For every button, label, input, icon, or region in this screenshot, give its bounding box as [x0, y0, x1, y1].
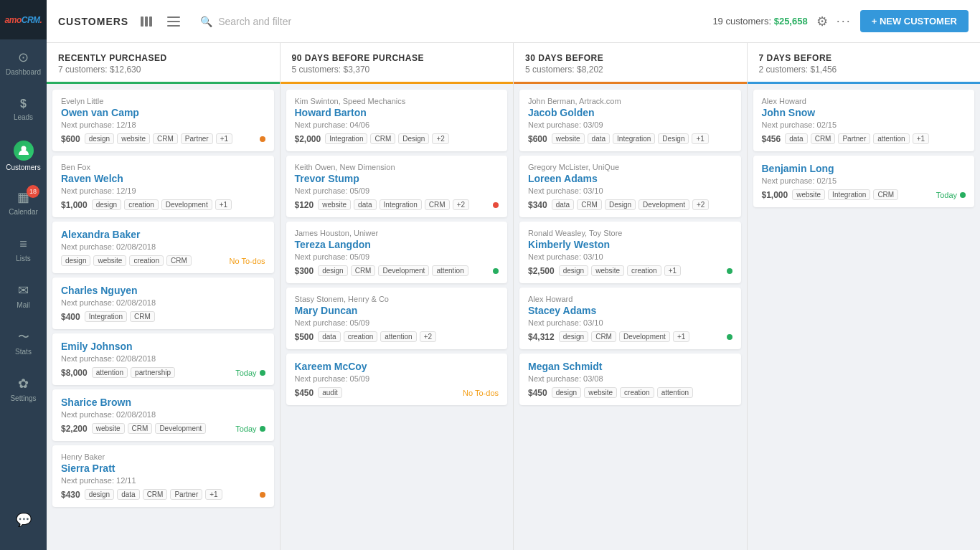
- card-status: Today: [235, 425, 265, 433]
- card-tag: website: [117, 133, 150, 144]
- card-tag: CRM: [351, 265, 376, 276]
- card-tag: design: [85, 489, 114, 500]
- column-subtitle: 5 customers: $3,370: [292, 65, 502, 75]
- sidebar-item-settings[interactable]: ✿ Settings: [0, 366, 47, 412]
- sidebar-item-lists[interactable]: ≡ Lists: [0, 226, 47, 272]
- header: CUSTOMERS 🔍 Search and filter 19 custome…: [47, 0, 980, 43]
- card[interactable]: Alex HowardStacey AdamsNext purchase: 03…: [519, 288, 741, 349]
- card[interactable]: Charles NguyenNext purchase: 02/08/2018$…: [52, 278, 274, 329]
- new-customer-button[interactable]: + NEW CUSTOMER: [860, 10, 969, 32]
- sidebar-item-chat[interactable]: 💬: [0, 496, 47, 543]
- card-tag: CRM: [128, 423, 153, 434]
- status-dot: [260, 426, 265, 432]
- card-amount: $500: [295, 332, 314, 342]
- svg-rect-3: [149, 16, 152, 27]
- card[interactable]: Emily JohnsonNext purchase: 02/08/2018$8…: [52, 333, 274, 385]
- card[interactable]: John Berman, Artrack.comJacob GoldenNext…: [519, 90, 741, 151]
- lists-icon: ≡: [19, 237, 27, 252]
- sidebar-item-dashboard[interactable]: ⊙ Dashboard: [0, 39, 47, 86]
- header-right: 19 customers: $25,658 ⚙ ··· + NEW CUSTOM…: [712, 10, 969, 32]
- card[interactable]: Megan SchmidtNext purchase: 03/08$450des…: [519, 354, 741, 405]
- column-header-30-days: 30 DAYS BEFORE 5 customers: $8,202: [514, 43, 747, 84]
- more-options-icon[interactable]: ···: [837, 14, 852, 29]
- column-title: 90 DAYS BEFORE PURCHASE: [292, 53, 502, 63]
- sidebar-item-leads[interactable]: $ Leads: [0, 86, 47, 133]
- card-tag: Partner: [170, 489, 202, 500]
- card-name: Jacob Golden: [528, 107, 732, 118]
- card-tag: partnership: [131, 367, 175, 378]
- sidebar-item-mail[interactable]: ✉ Mail: [0, 272, 47, 319]
- search-placeholder: Search and filter: [218, 16, 291, 27]
- sidebar-item-calendar[interactable]: ▦ Calendar 18: [0, 179, 47, 226]
- card-amount: $8,000: [61, 368, 88, 378]
- board-columns: RECENTLY PURCHASED 7 customers: $12,630 …: [47, 43, 980, 550]
- card-tag: Development: [639, 199, 689, 210]
- card-tag: Design: [605, 199, 636, 210]
- card-name: Loreen Adams: [528, 173, 732, 184]
- column-90-days: 90 DAYS BEFORE PURCHASE 5 customers: $3,…: [281, 43, 514, 550]
- card[interactable]: Alexandra BakerNext purchase: 02/08/2018…: [52, 222, 274, 273]
- card[interactable]: Ronald Weasley, Toy StoreKimberly Weston…: [519, 222, 741, 283]
- column-title: 7 DAYS BEFORE: [759, 53, 969, 63]
- settings-icon: ✿: [18, 376, 29, 392]
- card[interactable]: Sharice BrownNext purchase: 02/08/2018$2…: [52, 389, 274, 441]
- card-status: [260, 492, 265, 498]
- app-logo[interactable]: amoCRM.: [0, 0, 47, 39]
- status-dot: [260, 136, 265, 142]
- card-tag: creation: [124, 199, 159, 210]
- card[interactable]: Kim Swinton, Speed MechanicsHoward Barto…: [286, 90, 508, 151]
- card-tag: attention: [873, 133, 909, 144]
- card-amount: $4,312: [528, 332, 555, 342]
- card[interactable]: Benjamin LongNext purchase: 02/15$1,000w…: [753, 156, 975, 207]
- card[interactable]: Henry BakerSierra PrattNext purchase: 12…: [52, 445, 274, 507]
- card-contact: Gregory McLister, UniQue: [528, 163, 732, 171]
- card-tag: creation: [620, 387, 654, 398]
- page-title: CUSTOMERS: [58, 16, 128, 27]
- card[interactable]: Stasy Stonem, Henry & CoMary DuncanNext …: [286, 288, 508, 349]
- sidebar-item-label: Customers: [6, 163, 40, 171]
- card[interactable]: Gregory McLister, UniQueLoreen AdamsNext…: [519, 156, 741, 217]
- column-title: 30 DAYS BEFORE: [525, 53, 735, 63]
- sidebar-item-stats[interactable]: 〜 Stats: [0, 319, 47, 366]
- card-amount: $1,000: [61, 200, 88, 210]
- card-footer: $300designCRMDevelopmentattention: [295, 265, 499, 276]
- card-amount: $450: [528, 388, 547, 398]
- card-footer: $8,000attentionpartnershipToday: [61, 367, 265, 378]
- card-next-purchase: Next purchase: 05/09: [295, 252, 499, 261]
- search-bar[interactable]: 🔍 Search and filter: [192, 10, 704, 33]
- sidebar-item-customers[interactable]: Customers: [0, 133, 47, 179]
- card-next-purchase: Next purchase: 05/09: [295, 318, 499, 327]
- card-contact: Alex Howard: [528, 295, 732, 303]
- sidebar-item-label: Settings: [10, 394, 36, 402]
- card[interactable]: Keith Owen, New DimensionTrevor StumpNex…: [286, 156, 508, 217]
- card[interactable]: James Houston, UniwerTereza LangdonNext …: [286, 222, 508, 283]
- card-tag: data: [552, 199, 574, 210]
- card-tag: Development: [161, 199, 212, 210]
- view-toggle-icon[interactable]: [137, 12, 156, 31]
- card-tag: Integration: [613, 133, 655, 144]
- gear-icon[interactable]: ⚙: [816, 14, 828, 29]
- sidebar-item-label: Lists: [16, 255, 31, 262]
- kanban-board: RECENTLY PURCHASED 7 customers: $12,630 …: [47, 43, 980, 550]
- card[interactable]: Kareem McCoyNext purchase: 05/09$450audi…: [286, 354, 508, 405]
- card-tag: Integration: [828, 189, 870, 200]
- menu-icon[interactable]: [164, 14, 183, 29]
- column-subtitle: 7 customers: $12,630: [58, 65, 268, 75]
- card-tag: data: [588, 133, 610, 144]
- card-tag: Partner: [181, 133, 213, 144]
- svg-rect-2: [145, 16, 148, 27]
- card[interactable]: Ben FoxRaven WelchNext purchase: 12/19$1…: [52, 156, 274, 217]
- card-tag: data: [785, 133, 807, 144]
- calendar-badge: 18: [27, 185, 39, 198]
- card[interactable]: Alex HowardJohn SnowNext purchase: 02/15…: [753, 90, 975, 151]
- column-subtitle: 2 customers: $1,456: [759, 65, 969, 75]
- status-dot: [493, 202, 499, 208]
- card-tag: Development: [155, 423, 206, 434]
- card-tag: attention: [380, 331, 416, 342]
- card-status: [727, 334, 732, 340]
- customers-icon: [14, 141, 34, 161]
- card-tag: Development: [378, 265, 429, 276]
- card-tag: website: [792, 189, 825, 200]
- card-tag: creation: [129, 255, 164, 266]
- card[interactable]: Evelyn LittleOwen van CampNext purchase:…: [52, 90, 274, 151]
